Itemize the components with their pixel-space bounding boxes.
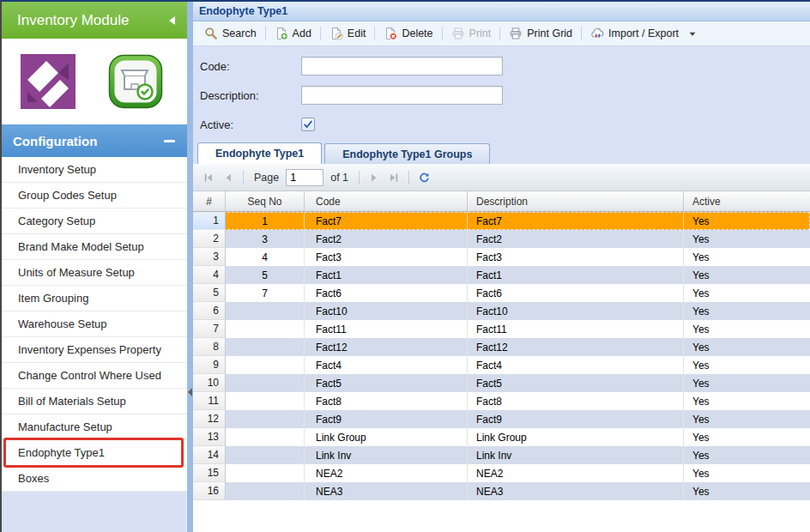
table-row[interactable]: 12Fact9Fact9Yes	[193, 410, 810, 428]
cell-seq-no	[226, 410, 305, 428]
cell-row-number: 16	[193, 482, 226, 500]
tab-endophyte-type1-groups[interactable]: Endophyte Type1 Groups	[324, 143, 490, 164]
table-row[interactable]: 23Fact2Fact2Yes	[193, 230, 810, 248]
configuration-title: Configuration	[13, 134, 164, 148]
print-grid-icon	[509, 27, 523, 40]
sidebar-item-label: Manufacture Setup	[18, 420, 112, 433]
toolbar-separator	[320, 27, 321, 40]
add-button[interactable]: Add	[269, 24, 317, 43]
cell-code: Fact10	[305, 302, 468, 320]
cell-seq-no: 7	[226, 284, 305, 302]
toolbar-separator	[265, 27, 266, 40]
table-row[interactable]: 7Fact11Fact11Yes	[193, 320, 810, 338]
column-header-seq-no[interactable]: Seq No	[226, 191, 305, 211]
cell-description: Fact10	[468, 302, 684, 320]
table-row[interactable]: 11Fact8Fact8Yes	[193, 392, 810, 410]
table-row[interactable]: 16NEA3NEA3Yes	[193, 482, 810, 500]
splitter-collapse-icon[interactable]	[188, 388, 192, 396]
edit-button[interactable]: Edit	[323, 24, 372, 43]
table-row[interactable]: 13Link GroupLink GroupYes	[193, 428, 810, 446]
column-header-description[interactable]: Description	[468, 191, 684, 211]
collapse-sidebar-icon[interactable]	[169, 16, 175, 25]
cell-row-number: 12	[193, 410, 226, 428]
column-header-code[interactable]: Code	[305, 191, 468, 211]
pager-separator	[243, 171, 244, 184]
sidebar-item-item-grouping[interactable]: Item Grouping	[2, 286, 187, 311]
column-header-row-number[interactable]: #	[193, 191, 226, 211]
table-row[interactable]: 45Fact1Fact1Yes	[193, 266, 810, 284]
sidebar-item-boxes[interactable]: Boxes	[2, 466, 187, 492]
sidebar-item-change-control-where-used[interactable]: Change Control Where Used	[2, 363, 187, 389]
sidebar-item-category-setup[interactable]: Category Setup	[2, 209, 187, 234]
cell-code: NEA2	[305, 464, 468, 482]
import-export-button[interactable]: Import / Export	[584, 24, 702, 43]
caret-down-icon	[689, 32, 696, 36]
sidebar-item-manufacture-setup[interactable]: Manufacture Setup	[2, 414, 187, 440]
sidebar-item-endophyte-type1[interactable]: Endophyte Type1	[2, 440, 187, 466]
refresh-button[interactable]	[415, 169, 432, 186]
page-label: Page	[254, 172, 279, 184]
table-row[interactable]: 11Fact7Fact7Yes	[193, 212, 810, 230]
data-grid: #Seq NoCodeDescriptionActive 11Fact7Fact…	[193, 191, 810, 532]
delete-icon	[384, 27, 397, 40]
app-window: Inventory Module	[0, 0, 810, 532]
panel-splitter[interactable]	[187, 2, 193, 532]
print-grid-button[interactable]: Print Grid	[503, 24, 578, 43]
delete-button[interactable]: Delete	[378, 24, 438, 43]
sidebar-item-label: Item Grouping	[18, 292, 88, 305]
cell-code: Fact11	[305, 320, 468, 338]
grid-body: 11Fact7Fact7Yes23Fact2Fact2Yes34Fact3Fac…	[193, 212, 810, 500]
cell-seq-no	[226, 320, 305, 338]
table-row[interactable]: 6Fact10Fact10Yes	[193, 302, 810, 320]
page-of-label: of 1	[330, 172, 348, 184]
sidebar-item-group-codes-setup[interactable]: Group Codes Setup	[2, 183, 187, 209]
cell-description: Fact4	[468, 356, 684, 374]
sidebar-item-label: Inventory Setup	[18, 163, 96, 176]
pager-separator	[408, 171, 409, 184]
active-checkbox[interactable]	[301, 118, 315, 131]
table-row[interactable]: 8Fact12Fact12Yes	[193, 338, 810, 356]
search-icon	[204, 27, 218, 40]
sidebar-item-inventory-setup[interactable]: Inventory Setup	[2, 157, 187, 183]
module-header: Inventory Module	[2, 2, 187, 39]
cell-seq-no: 1	[226, 212, 305, 230]
toolbar-separator	[499, 27, 500, 40]
cell-description: Fact1	[468, 266, 684, 284]
configuration-header[interactable]: Configuration	[2, 124, 187, 157]
sidebar-item-bill-of-materials-setup[interactable]: Bill of Materials Setup	[2, 389, 187, 414]
sidebar-item-label: Endophyte Type1	[18, 446, 105, 459]
cell-description: Fact5	[468, 374, 684, 392]
sidebar-item-inventory-expenses-property[interactable]: Inventory Expenses Property	[2, 337, 187, 363]
search-button[interactable]: Search	[198, 24, 263, 43]
package-check-icon	[108, 54, 163, 109]
sidebar-item-brand-make-model-setup[interactable]: Brand Make Model Setup	[2, 234, 187, 260]
table-row[interactable]: 15NEA2NEA2Yes	[193, 464, 810, 482]
panel-header: Endophyte Type1	[193, 2, 810, 21]
toolbar-separator	[374, 27, 375, 40]
table-row[interactable]: 9Fact4Fact4Yes	[193, 356, 810, 374]
table-row[interactable]: 14Link InvLink InvYes	[193, 446, 810, 464]
table-row[interactable]: 10Fact5Fact5Yes	[193, 374, 810, 392]
sidebar-item-units-of-measure-setup[interactable]: Units of Measure Setup	[2, 260, 187, 286]
table-row[interactable]: 34Fact3Fact3Yes	[193, 248, 810, 266]
collapse-section-icon[interactable]	[164, 140, 175, 142]
tab-endophyte-type1[interactable]: Endophyte Type1	[197, 142, 322, 164]
sidebar-item-warehouse-setup[interactable]: Warehouse Setup	[2, 311, 187, 337]
toolbar-button-label: Add	[293, 27, 311, 39]
cell-code: Link Group	[305, 428, 468, 446]
cell-description: Fact8	[468, 392, 684, 410]
description-input[interactable]	[301, 86, 503, 105]
toolbar-button-label: Import / Export	[608, 27, 679, 39]
table-row[interactable]: 57Fact6Fact6Yes	[193, 284, 810, 302]
page-number-input[interactable]	[286, 169, 323, 186]
purple-logo-icon	[21, 54, 76, 109]
logo-row	[2, 39, 187, 124]
print-button: Print	[445, 24, 498, 43]
code-input[interactable]	[301, 57, 503, 76]
cell-seq-no	[226, 464, 305, 482]
next-page-icon	[368, 172, 380, 184]
column-header-active[interactable]: Active	[684, 191, 810, 211]
cell-row-number: 15	[193, 464, 226, 482]
active-label: Active:	[200, 118, 301, 131]
cell-description: Fact12	[468, 338, 684, 356]
